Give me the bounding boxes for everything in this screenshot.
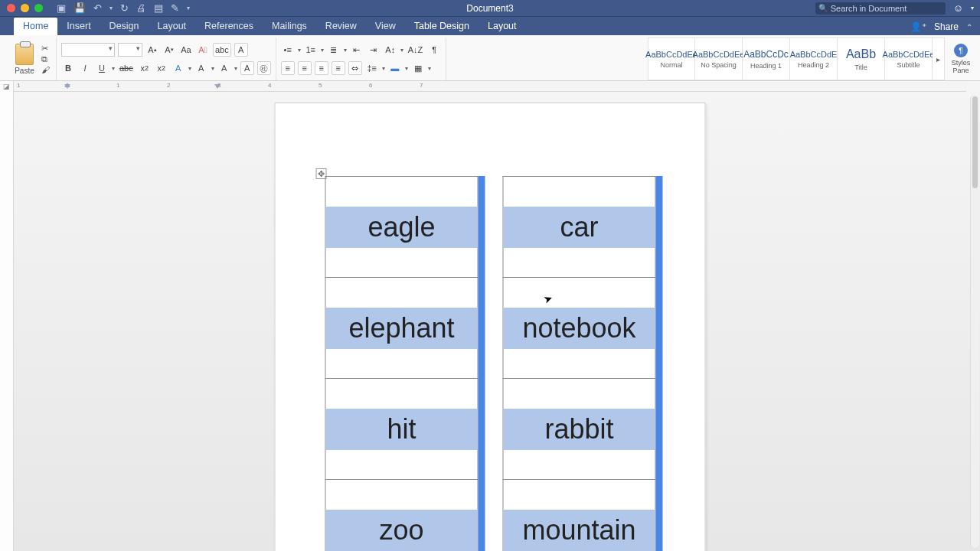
font-name-dropdown[interactable] xyxy=(61,43,115,57)
table-cell[interactable]: elephant xyxy=(325,278,478,379)
highlight-button[interactable]: A xyxy=(194,61,208,75)
tab-view[interactable]: View xyxy=(366,18,405,35)
align-left-button[interactable]: ≡ xyxy=(281,61,295,75)
zoom-window-icon[interactable] xyxy=(34,4,43,12)
subscript-button[interactable]: x2 xyxy=(138,61,152,75)
strikethrough-button[interactable]: abc xyxy=(118,61,135,75)
table-cell[interactable]: eagle xyxy=(325,177,478,278)
text-effects-button[interactable]: A xyxy=(172,61,185,75)
tab-insert[interactable]: Insert xyxy=(57,18,100,35)
show-marks-button[interactable]: ¶ xyxy=(427,43,441,57)
font-color-button[interactable]: A xyxy=(217,61,231,75)
undo-menu-icon[interactable]: ▾ xyxy=(109,5,113,11)
change-case-button[interactable]: Aa xyxy=(179,43,193,57)
cut-icon[interactable]: ✂ xyxy=(41,44,50,54)
scrollbar-thumb[interactable] xyxy=(972,96,978,188)
style-gallery-expand-button[interactable]: ▸ xyxy=(933,37,945,80)
enclose-characters-button[interactable]: ㊓ xyxy=(257,61,271,75)
save-icon[interactable]: 💾 xyxy=(74,2,86,14)
word-table-col1[interactable]: eagle elephant hit zoo xyxy=(325,176,479,551)
tab-mailings[interactable]: Mailings xyxy=(263,18,316,35)
tab-review[interactable]: Review xyxy=(316,18,366,35)
format-painter-icon[interactable]: 🖌 xyxy=(41,65,50,74)
share-button[interactable]: Share xyxy=(934,21,959,32)
line-spacing-button[interactable]: ‡≡ xyxy=(365,61,379,75)
table-cell[interactable]: mountain xyxy=(503,480,655,552)
panel-toggle-icon[interactable]: ▣ xyxy=(57,2,66,14)
distributed-button[interactable]: ⇔ xyxy=(348,61,362,75)
line-spacing-menu-icon[interactable]: ▾ xyxy=(382,65,385,72)
paste-button[interactable]: Paste xyxy=(8,37,41,80)
borders-menu-icon[interactable]: ▾ xyxy=(428,65,431,72)
minimize-window-icon[interactable] xyxy=(21,4,29,12)
superscript-button[interactable]: x2 xyxy=(155,61,168,75)
tab-table-design[interactable]: Table Design xyxy=(405,18,479,35)
page-setup-icon[interactable]: ▤ xyxy=(154,2,163,14)
borders-button[interactable]: ▦ xyxy=(411,61,425,75)
style-no-spacing[interactable]: AaBbCcDdEe No Spacing xyxy=(695,37,743,80)
character-shading-button[interactable]: A xyxy=(240,61,254,75)
feedback-icon[interactable]: ☺ xyxy=(953,2,963,14)
search-box[interactable]: 🔍 Search in Document xyxy=(815,2,946,15)
numbering-menu-icon[interactable]: ▾ xyxy=(321,47,324,54)
character-border-button[interactable]: A xyxy=(234,43,248,57)
italic-button[interactable]: I xyxy=(78,61,92,75)
close-window-icon[interactable] xyxy=(7,4,15,12)
font-size-dropdown[interactable] xyxy=(118,43,142,57)
collapse-ribbon-icon[interactable]: ⌃ xyxy=(966,23,972,31)
table-cell[interactable]: hit xyxy=(325,379,478,480)
underline-menu-icon[interactable]: ▾ xyxy=(112,65,115,72)
vertical-scrollbar[interactable] xyxy=(970,95,979,548)
bullets-button[interactable]: •≡ xyxy=(281,43,295,57)
table-cell[interactable]: rabbit xyxy=(503,379,655,480)
style-normal[interactable]: AaBbCcDdEe Normal xyxy=(648,37,695,80)
tab-references[interactable]: References xyxy=(195,18,263,35)
style-heading-2[interactable]: AaBbCcDdE Heading 2 xyxy=(790,37,838,80)
shading-button[interactable]: ▬ xyxy=(388,61,402,75)
tab-layout[interactable]: Layout xyxy=(149,18,196,35)
table-cell[interactable]: car xyxy=(503,177,655,278)
font-color-menu-icon[interactable]: ▾ xyxy=(234,65,237,72)
undo-icon[interactable]: ↶ xyxy=(93,2,102,14)
align-right-button[interactable]: ≡ xyxy=(315,61,328,75)
copy-icon[interactable]: ⧉ xyxy=(41,54,50,64)
underline-button[interactable]: U xyxy=(95,61,109,75)
style-title[interactable]: AaBb Title xyxy=(838,37,885,80)
print-icon[interactable]: 🖨 xyxy=(136,2,146,14)
numbering-button[interactable]: 1≡ xyxy=(304,43,318,57)
sort-button[interactable]: A↓Z xyxy=(407,43,425,57)
style-subtitle[interactable]: AaBbCcDdEe Subtitle xyxy=(885,37,933,80)
highlight-menu-icon[interactable]: ▾ xyxy=(211,65,214,72)
style-heading-1[interactable]: AaBbCcDc Heading 1 xyxy=(743,37,790,80)
insert-style-icon[interactable]: ✎ xyxy=(171,2,179,14)
clear-formatting-button[interactable]: A⃠ xyxy=(196,43,210,57)
tab-home[interactable]: Home xyxy=(14,18,57,35)
multilevel-button[interactable]: ≣ xyxy=(327,43,341,57)
hanging-indent-icon[interactable] xyxy=(64,84,70,89)
table-cell[interactable]: notebook xyxy=(503,278,655,379)
shrink-font-button[interactable]: A▾ xyxy=(162,43,176,57)
decrease-indent-button[interactable]: ⇤ xyxy=(350,43,364,57)
qat-more-icon[interactable]: ▾ xyxy=(187,5,190,11)
bold-button[interactable]: B xyxy=(61,61,75,75)
phonetic-guide-button[interactable]: abc xyxy=(213,43,231,57)
align-center-button[interactable]: ≡ xyxy=(298,61,312,75)
bullets-menu-icon[interactable]: ▾ xyxy=(298,47,301,54)
horizontal-ruler[interactable]: 1 1 2 3 4 5 6 7 xyxy=(14,81,966,92)
redo-icon[interactable]: ↻ xyxy=(120,2,129,14)
multilevel-menu-icon[interactable]: ▾ xyxy=(344,47,347,54)
styles-pane-button[interactable]: ¶ Styles Pane xyxy=(945,37,977,80)
increase-indent-button[interactable]: ⇥ xyxy=(367,43,381,57)
document-page[interactable]: ✥ eagle elephant hit zoo car notebook ra… xyxy=(275,103,706,551)
grow-font-button[interactable]: A▴ xyxy=(145,43,159,57)
justify-button[interactable]: ≡ xyxy=(332,61,345,75)
tab-table-layout[interactable]: Layout xyxy=(479,18,526,35)
tab-design[interactable]: Design xyxy=(100,18,149,35)
text-effects-menu-icon[interactable]: ▾ xyxy=(188,65,191,72)
text-direction-menu-icon[interactable]: ▾ xyxy=(400,47,403,54)
feedback-menu-icon[interactable]: ▾ xyxy=(971,5,974,11)
table-cell[interactable]: zoo xyxy=(325,480,478,552)
word-table-col2[interactable]: car notebook rabbit mountain xyxy=(503,176,656,551)
text-direction-button[interactable]: A↕ xyxy=(384,43,397,57)
shading-menu-icon[interactable]: ▾ xyxy=(405,65,408,72)
